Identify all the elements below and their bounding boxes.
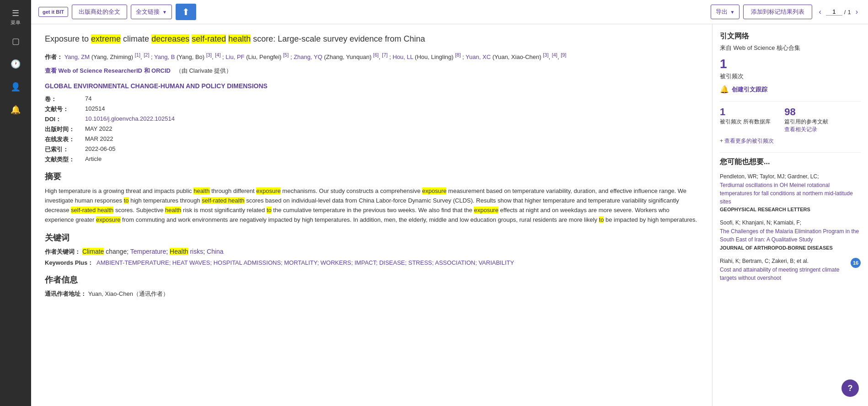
sup-5[interactable]: [5] [283, 52, 289, 58]
meta-doi: DOI： 10.1016/j.gloenvcha.2022.102514 [45, 115, 698, 123]
folder-icon: ▢ [12, 36, 20, 46]
author-hou-ll[interactable]: Hou, LL [392, 54, 413, 61]
sup-8[interactable]: [8] [455, 52, 461, 58]
sidebar-item-notifications[interactable]: 🔔 [0, 98, 31, 121]
researcher-id-link[interactable]: 查看 Web of Science ResearcherID 和 ORCID [45, 67, 171, 74]
article-title: Exposure to extreme climate decreases se… [45, 33, 698, 45]
sidebar-item-folder[interactable]: ▢ [0, 30, 31, 53]
ref-count-block: 98 篇引用的参考文献 查看相关记录 [784, 106, 828, 134]
getit-badge[interactable]: get it BIT [38, 7, 68, 17]
ref-label: 篇引用的参考文献 [784, 118, 828, 126]
related-journal-2: JOURNAL OF ARTHROPOD-BORNE DISEASES [720, 245, 861, 251]
cited-all-db-label: 被引频次 所有数据库 [720, 118, 771, 126]
meta-online-pub: 在线发表： MAR 2022 [45, 135, 698, 144]
sidebar-menu-label: 菜单 [11, 19, 21, 26]
upload-btn[interactable]: ⬆ [176, 4, 196, 20]
hl-to3: to [599, 216, 604, 223]
related-journal-1: GEOPHYSICAL RESEARCH LETTERS [720, 207, 861, 212]
hl-health1: health [193, 187, 209, 194]
related-title-2[interactable]: The Challenges of the Malaria Eliminatio… [720, 228, 859, 243]
ref-count[interactable]: 98 [784, 106, 828, 118]
volume-value: 74 [85, 95, 91, 103]
more-citations-link[interactable]: + 查看更多的被引频次 [720, 137, 861, 145]
meta-doc-type: 文献类型： Article [45, 155, 698, 164]
kw-health[interactable]: Health [170, 248, 188, 255]
sup-4b[interactable]: [4] [552, 52, 557, 58]
clarivate-note: （由 Clarivate 提供） [176, 67, 232, 74]
sidebar-item-profile[interactable]: 👤 [0, 75, 31, 98]
online-pub-value: MAR 2022 [85, 135, 113, 144]
keywords-plus-label: Keywords Plus： [45, 259, 93, 266]
kw-health-risks[interactable]: risks [188, 248, 204, 255]
sup-3b[interactable]: [3] [543, 52, 548, 58]
keywords-plus-values: AMBIENT-TEMPERATURE; HEAT WAVES; HOSPITA… [95, 259, 514, 266]
add-to-list-btn[interactable]: 添加到标记结果列表 [743, 5, 812, 19]
highlight-decreases: decreases [151, 34, 189, 43]
cited-times-label: 被引频次 [720, 72, 861, 80]
create-citation-btn[interactable]: 🔔 创建引文跟踪 [720, 85, 861, 94]
menu-icon: ☰ [12, 8, 19, 18]
online-pub-label: 在线发表： [45, 135, 81, 144]
keywords-plus-line: Keywords Plus： AMBIENT-TEMPERATURE; HEAT… [45, 259, 698, 267]
view-related-link[interactable]: 查看相关记录 [784, 126, 828, 134]
doi-link[interactable]: 10.1016/j.gloenvcha.2022.102514 [85, 115, 175, 123]
stats-row: 1 被引频次 所有数据库 98 篇引用的参考文献 查看相关记录 [720, 106, 861, 134]
hl-to1: to [124, 197, 129, 204]
author-keywords-line: 作者关键词： Climate change; Temperature; Heal… [45, 248, 698, 256]
full-text-publisher-btn[interactable]: 出版商处的全文 [72, 5, 127, 19]
author-yang-zm[interactable]: Yang, ZM [64, 54, 90, 61]
you-may-like-title: 您可能也想要... [720, 157, 861, 167]
hl-selfrated2: self-rated health [71, 207, 113, 214]
toolbar-left: get it BIT 出版商处的全文 全文链接 ▼ ⬆ [38, 4, 707, 20]
kw-china[interactable]: China [207, 248, 224, 255]
sidebar-item-history[interactable]: 🕐 [0, 53, 31, 75]
journal-title[interactable]: GLOBAL ENVIRONMENTAL CHANGE-HUMAN AND PO… [45, 82, 698, 90]
related-item-3: Riahi, K; Bertram, C; Zakeri, B; et al. … [720, 258, 861, 282]
sup-6[interactable]: [6] [373, 52, 379, 58]
kw-temperature[interactable]: Temperature [130, 248, 166, 255]
hl-exposure1: exposure [256, 187, 280, 194]
author-info-title: 作者信息 [45, 274, 698, 285]
indexed-label: 已索引： [45, 145, 81, 154]
doc-type-label: 文献类型： [45, 155, 81, 164]
full-text-link-dropdown[interactable]: 全文链接 ▼ [131, 5, 172, 19]
next-page-btn[interactable]: › [853, 7, 861, 17]
author-liu-pf[interactable]: Liu, PF [225, 54, 244, 61]
hl-selfrated1: self-rated health [202, 197, 244, 204]
article-main: Exposure to extreme climate decreases se… [31, 24, 713, 406]
profile-icon: 👤 [11, 82, 21, 92]
cited-times-count[interactable]: 1 [720, 57, 861, 71]
page-input[interactable] [826, 8, 842, 16]
related-item-2: Soofi, K; Khanjani, N; Kamiabi, F; The C… [720, 219, 861, 251]
sup-1[interactable]: [1] [135, 52, 140, 58]
author-yang-b[interactable]: Yang, B [154, 54, 175, 61]
related-title-1[interactable]: Terdiurnal oscillations in OH Meinel rot… [720, 182, 853, 205]
divider2 [720, 152, 861, 153]
sup-9[interactable]: [9] [561, 52, 566, 58]
author-yuan-xc[interactable]: Yuan, XC [466, 54, 491, 61]
sidebar-menu-btn[interactable]: ☰ 菜单 [0, 5, 31, 30]
sup-7[interactable]: [7] [382, 52, 387, 58]
related-title-3[interactable]: Cost and attainability of meeting string… [720, 267, 839, 281]
sup-3a[interactable]: [3] [206, 52, 212, 58]
related-authors-3: Riahi, K; Bertram, C; Zakeri, B; et al. … [720, 258, 861, 264]
from-wos: 来自 Web of Science 核心合集 [720, 44, 861, 52]
highlight-health: health [228, 34, 251, 43]
citation-network-title: 引文网络 [720, 32, 861, 41]
sup-2[interactable]: [2] [144, 52, 149, 58]
author-zhang-yq[interactable]: Zhang, YQ [294, 54, 322, 61]
cited-all-db-block: 1 被引频次 所有数据库 [720, 106, 771, 134]
cited-all-db-count[interactable]: 1 [720, 106, 771, 118]
keywords-title: 关键词 [45, 232, 698, 243]
pagination: ‹ / 1 › [816, 7, 861, 17]
prev-page-btn[interactable]: ‹ [816, 7, 824, 17]
help-btn[interactable]: ? [841, 379, 859, 397]
sup-4a[interactable]: [4] [215, 52, 220, 58]
kw-climate[interactable]: Climate [82, 248, 104, 255]
abstract-text: High temperature is a growing threat and… [45, 187, 698, 224]
doc-type-value: Article [85, 155, 102, 164]
export-dropdown[interactable]: 导出 ▼ [711, 5, 740, 19]
highlight-extreme: extreme [91, 34, 121, 43]
author-info-section: 作者信息 通讯作者地址： Yuan, Xiao-Chen（通讯作者） [45, 274, 698, 298]
author-address-value: Yuan, Xiao-Chen（通讯作者） [88, 290, 169, 297]
